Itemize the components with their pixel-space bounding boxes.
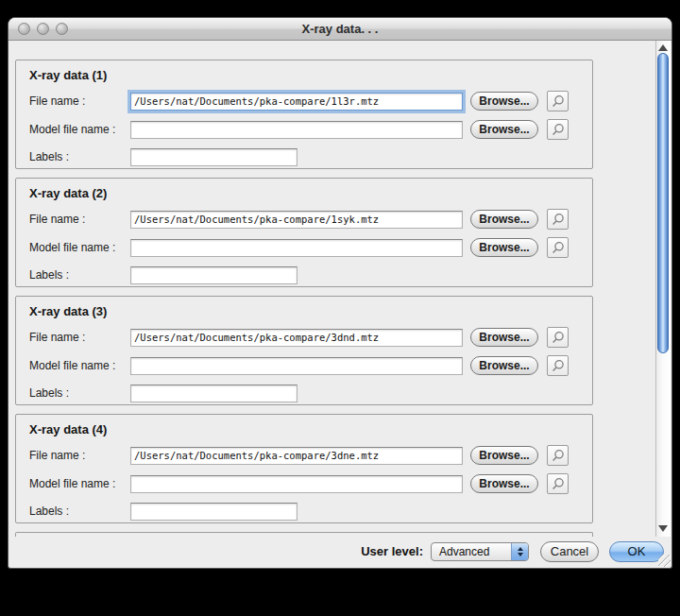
file-name-row: File name : Browse... bbox=[16, 441, 592, 470]
magnifier-icon bbox=[551, 241, 565, 255]
magnifier-button[interactable] bbox=[547, 119, 569, 140]
model-file-row: Model file name : Browse... bbox=[16, 351, 592, 380]
labels-row: Labels : bbox=[16, 380, 592, 406]
magnifier-button[interactable] bbox=[547, 209, 569, 230]
magnifier-button[interactable] bbox=[547, 445, 569, 466]
xray-data-group-2: X-ray data (2) File name : Browse... Mod… bbox=[15, 178, 593, 287]
minimize-button[interactable] bbox=[37, 23, 49, 35]
labels-label: Labels : bbox=[29, 505, 130, 518]
file-name-label: File name : bbox=[29, 331, 130, 344]
browse-button[interactable]: Browse... bbox=[470, 474, 538, 493]
group-title: X-ray data (1) bbox=[29, 68, 592, 82]
scroll-down-arrow-icon[interactable] bbox=[658, 525, 668, 532]
window-controls bbox=[18, 23, 68, 35]
browse-button[interactable]: Browse... bbox=[470, 210, 538, 229]
model-file-label: Model file name : bbox=[29, 477, 130, 490]
close-button[interactable] bbox=[18, 23, 30, 35]
model-file-row: Model file name : Browse... bbox=[16, 470, 592, 498]
dropdown-stepper-icon bbox=[511, 543, 528, 560]
bottom-bar: User level: Advanced Cancel OK bbox=[8, 535, 672, 568]
user-level-dropdown[interactable]: Advanced bbox=[431, 542, 529, 561]
file-name-label: File name : bbox=[29, 213, 130, 226]
browse-button[interactable]: Browse... bbox=[470, 92, 538, 111]
user-level-label: User level: bbox=[361, 544, 423, 558]
model-file-label: Model file name : bbox=[29, 359, 130, 372]
magnifier-button[interactable] bbox=[547, 327, 569, 348]
browse-button[interactable]: Browse... bbox=[470, 120, 538, 139]
file-name-row: File name : Browse... bbox=[16, 323, 592, 351]
labels-label: Labels : bbox=[29, 150, 130, 163]
labels-row: Labels : bbox=[16, 498, 592, 524]
model-file-row: Model file name : Browse... bbox=[16, 115, 592, 144]
magnifier-button[interactable] bbox=[547, 91, 569, 111]
labels-input[interactable] bbox=[130, 503, 298, 521]
cancel-button[interactable]: Cancel bbox=[540, 541, 599, 562]
model-file-row: Model file name : Browse... bbox=[16, 233, 592, 262]
labels-input[interactable] bbox=[130, 385, 298, 402]
user-level-value: Advanced bbox=[432, 545, 511, 558]
browse-button[interactable]: Browse... bbox=[470, 356, 538, 375]
browse-button[interactable]: Browse... bbox=[470, 238, 538, 257]
title-bar: X-ray data. . . bbox=[8, 18, 672, 41]
file-name-input[interactable] bbox=[130, 211, 463, 229]
magnifier-icon bbox=[551, 359, 565, 373]
magnifier-button[interactable] bbox=[547, 237, 569, 258]
model-file-label: Model file name : bbox=[29, 123, 130, 136]
scroll-region: X-ray data (1) File name : Browse... Mod… bbox=[8, 41, 672, 537]
groups-container: X-ray data (1) File name : Browse... Mod… bbox=[15, 41, 593, 537]
model-file-label: Model file name : bbox=[29, 241, 130, 254]
group-title: X-ray data (2) bbox=[29, 186, 592, 200]
group-title: X-ray data (3) bbox=[29, 304, 592, 318]
file-name-input[interactable] bbox=[130, 447, 463, 465]
magnifier-icon bbox=[551, 123, 565, 137]
magnifier-button[interactable] bbox=[547, 473, 569, 494]
resize-grip[interactable] bbox=[658, 555, 671, 567]
scrollbar-thumb[interactable] bbox=[657, 53, 669, 353]
labels-input[interactable] bbox=[130, 266, 298, 284]
model-file-input[interactable] bbox=[130, 239, 463, 257]
browse-button[interactable]: Browse... bbox=[470, 328, 538, 347]
browse-button[interactable]: Browse... bbox=[470, 446, 538, 465]
scroll-up-arrow-icon[interactable] bbox=[658, 44, 668, 51]
file-name-row: File name : Browse... bbox=[16, 87, 592, 115]
zoom-button[interactable] bbox=[56, 23, 68, 35]
xray-data-group-4: X-ray data (4) File name : Browse... Mod… bbox=[15, 414, 593, 523]
labels-label: Labels : bbox=[29, 268, 130, 282]
model-file-input[interactable] bbox=[130, 121, 463, 139]
xray-data-group-3: X-ray data (3) File name : Browse... Mod… bbox=[15, 296, 593, 405]
magnifier-icon bbox=[551, 449, 565, 463]
file-name-input[interactable] bbox=[130, 329, 463, 347]
file-name-row: File name : Browse... bbox=[16, 205, 592, 233]
magnifier-icon bbox=[551, 94, 565, 109]
file-name-input[interactable] bbox=[130, 93, 463, 111]
model-file-input[interactable] bbox=[130, 357, 463, 375]
ok-button[interactable]: OK bbox=[609, 541, 664, 562]
dialog-window: X-ray data. . . X-ray data (1) File name… bbox=[8, 17, 672, 569]
xray-data-group-1: X-ray data (1) File name : Browse... Mod… bbox=[15, 60, 593, 169]
window-title: X-ray data. . . bbox=[302, 22, 379, 36]
labels-row: Labels : bbox=[16, 144, 592, 170]
magnifier-icon bbox=[551, 331, 565, 345]
model-file-input[interactable] bbox=[130, 475, 463, 493]
stepper-down-arrow-icon bbox=[518, 553, 523, 556]
magnifier-icon bbox=[551, 213, 565, 227]
magnifier-button[interactable] bbox=[547, 355, 569, 376]
file-name-label: File name : bbox=[29, 449, 130, 462]
labels-row: Labels : bbox=[16, 262, 592, 288]
stepper-up-arrow-icon bbox=[518, 547, 523, 551]
group-title: X-ray data (4) bbox=[29, 422, 592, 436]
labels-label: Labels : bbox=[29, 386, 130, 400]
vertical-scrollbar[interactable] bbox=[655, 41, 671, 537]
file-name-label: File name : bbox=[29, 94, 130, 108]
magnifier-icon bbox=[551, 477, 565, 491]
labels-input[interactable] bbox=[130, 148, 298, 166]
